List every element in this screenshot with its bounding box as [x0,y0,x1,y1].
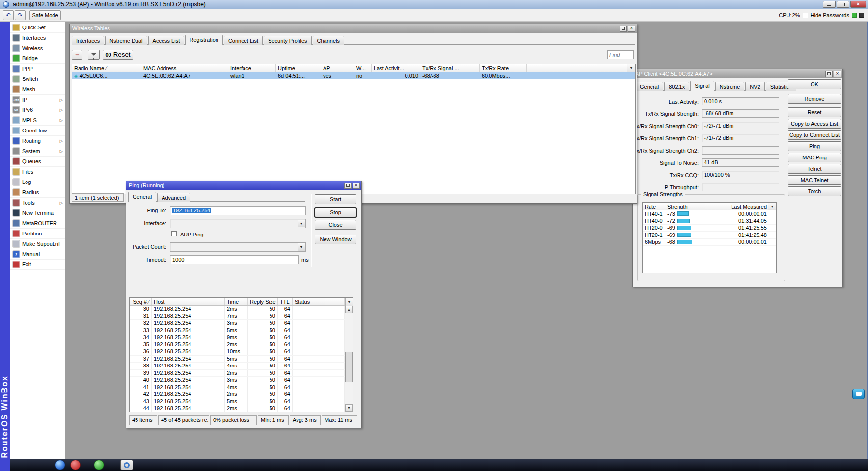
action-button[interactable]: Copy to Access List [788,119,841,129]
remove-entry-button[interactable]: − [72,50,82,60]
column-header[interactable]: Seq #⁄ [130,298,152,305]
maximize-button[interactable] [837,1,849,8]
redo-button[interactable]: ↷ [15,10,26,20]
action-button[interactable]: Reset [788,107,841,117]
column-header[interactable]: Tx/Rx Rate [480,64,527,72]
table-row[interactable]: 37 192.168.25.254 5ms 50 64 [130,356,345,363]
sidebar-item[interactable]: Wireless [10,43,65,53]
action-button[interactable]: Telnet [788,164,841,174]
scroll-down-icon[interactable]: ▼ [345,404,353,412]
column-header[interactable]: AP [321,64,354,72]
restore-button[interactable] [344,183,352,189]
tab[interactable]: Registration [185,35,223,45]
sidebar-item[interactable]: Tools ▷ [10,198,65,208]
table-row[interactable]: 32 192.168.25.254 3ms 50 64 [130,320,345,327]
table-row[interactable]: HT40-1 -73 00:00:00.01 [643,210,776,217]
chevron-down-icon[interactable]: ▼ [298,220,305,227]
table-row[interactable]: 38 192.168.25.254 4ms 50 64 [130,363,345,370]
sidebar-item[interactable]: Exit [10,260,65,270]
column-header[interactable]: Reply Size [248,298,278,305]
tab[interactable]: Connect List [224,36,263,45]
ping-to-input[interactable]: 192.168.25.254 [170,206,306,215]
sidebar-item[interactable]: v6 IPv6 ▷ [10,105,65,115]
column-header[interactable]: Host [152,298,225,305]
table-row[interactable]: 6Mbps -68 00:00:00.01 [643,239,776,246]
action-button[interactable]: Remove [788,94,841,104]
sidebar-item[interactable]: Routing ▷ [10,136,65,146]
sidebar-item[interactable]: PPP [10,64,65,74]
hide-passwords-checkbox[interactable] [803,13,808,18]
column-header[interactable]: Status [293,298,345,305]
table-row[interactable]: 42 192.168.25.254 2ms 50 64 [130,391,345,398]
taskbar-green-app-icon[interactable] [94,460,104,470]
column-chooser-icon[interactable]: ▼ [768,203,776,210]
close-icon[interactable]: × [353,183,360,189]
sidebar-item[interactable]: MPLS ▷ [10,115,65,126]
column-header[interactable]: Interface [228,64,276,72]
table-row[interactable]: 40 192.168.25.254 3ms 50 64 [130,377,345,384]
scroll-up-icon[interactable]: ▲ [345,306,353,313]
table-row[interactable]: 41 192.168.25.254 4ms 50 64 [130,384,345,392]
sidebar-item[interactable]: ? Manual [10,249,65,260]
action-button[interactable]: MAC Ping [788,153,841,162]
vertical-scrollbar[interactable]: ▼ ▲ ▼ [345,298,353,412]
sidebar-item[interactable]: System ▷ [10,146,65,157]
action-button[interactable]: Copy to Connect List [788,130,841,140]
sidebar-item[interactable]: Quick Set [10,23,65,33]
tab[interactable]: Security Profiles [264,36,311,45]
taskbar-winbox-icon[interactable] [120,460,133,470]
table-row[interactable]: 44 192.168.25.254 2ms 50 64 [130,405,345,412]
tab[interactable]: Nstreme Dual [105,36,147,45]
column-chooser-icon[interactable]: ▼ [345,298,353,306]
arp-ping-checkbox[interactable] [171,231,177,236]
sidebar-item[interactable]: Log [10,177,65,187]
sidebar-item[interactable]: Bridge [10,53,65,64]
sidebar-item[interactable]: Mesh [10,84,65,95]
table-row[interactable]: 39 192.168.25.254 2ms 50 64 [130,370,345,377]
column-header[interactable]: Strength [665,203,722,210]
column-header[interactable]: Uptime [276,64,321,72]
action-button[interactable]: New Window [315,235,356,244]
sidebar-item[interactable]: New Terminal [10,208,65,218]
tab[interactable]: Signal [690,81,714,91]
tab[interactable]: Interfaces [72,36,104,45]
column-chooser-icon[interactable]: ▼ [627,64,635,72]
column-header[interactable]: Last Measured [722,203,769,210]
sidebar-item[interactable]: Files [10,167,65,177]
tab[interactable]: Access List [148,36,185,45]
action-button[interactable]: OK [788,79,841,89]
packet-count-select[interactable]: ▼ [170,242,306,252]
column-header[interactable]: W... [354,64,372,72]
column-header[interactable]: Radio Name⁄ [72,64,141,72]
table-row[interactable]: 35 192.168.25.254 2ms 50 64 [130,341,345,349]
column-header[interactable]: Time [225,298,248,305]
find-input[interactable] [607,50,634,59]
tab[interactable]: Nstreme [715,82,745,91]
reset-counters-button[interactable]: 00Reset [103,50,133,60]
table-row[interactable]: 43 192.168.25.254 5ms 50 64 [130,398,345,406]
column-header[interactable]: Rate [643,203,665,210]
safe-mode-button[interactable]: Safe Mode [29,10,61,20]
start-button[interactable] [55,460,65,470]
action-button[interactable]: Stop [315,208,356,217]
close-button[interactable]: × [850,1,866,8]
restore-button[interactable] [620,26,627,32]
table-row[interactable]: HT40-0 -72 01:31:44.05 [643,217,776,224]
table-row[interactable]: 33 192.168.25.254 5ms 50 64 [130,327,345,335]
action-button[interactable]: Torch [788,186,841,196]
table-row[interactable]: 31 192.168.25.254 7ms 50 64 [130,313,345,320]
sidebar-item[interactable]: OpenFlow [10,126,65,136]
undo-button[interactable]: ↶ [3,10,14,20]
timeout-input[interactable]: 1000 [170,255,299,264]
registration-row-selected[interactable]: ◈4C5E0C6... 4C:5E:0C:62:A4:A7 wlan1 6d 0… [72,72,635,79]
column-header[interactable]: Tx/Rx Signal ... [420,64,480,72]
table-row[interactable]: 36 192.168.25.254 10ms 50 64 [130,348,345,356]
close-icon[interactable]: × [628,26,635,32]
chevron-down-icon[interactable]: ▼ [298,243,305,251]
column-header[interactable]: TTL [278,298,293,305]
tab[interactable]: General [128,192,156,202]
table-row[interactable]: HT20-1 -69 01:41:25.48 [643,232,776,238]
wireless-tables-titlebar[interactable]: Wireless Tables × [70,24,637,33]
ping-titlebar[interactable]: Ping (Running) × [126,181,361,190]
filter-button[interactable] [88,50,100,60]
